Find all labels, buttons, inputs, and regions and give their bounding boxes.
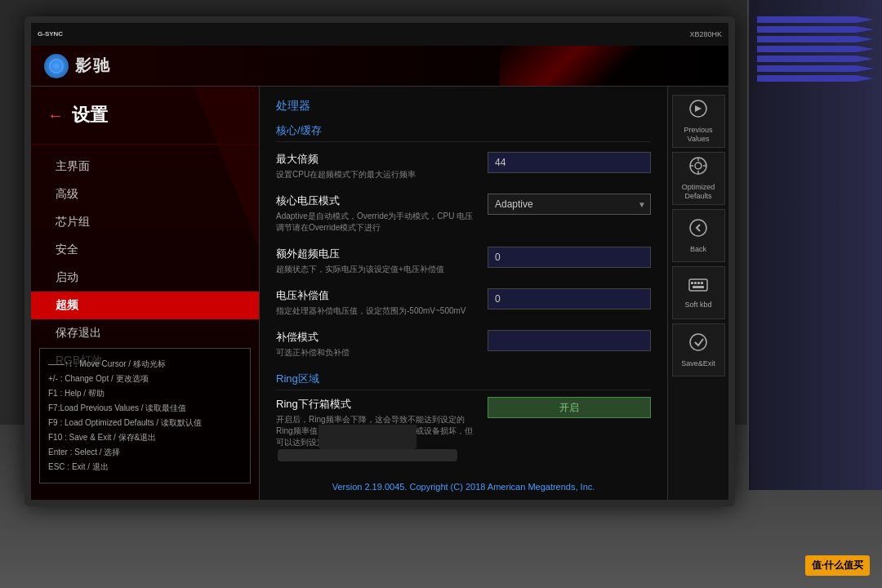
setting-label-group-eo: 额外超频电压 超频状态下，实际电压为该设定值+电压补偿值 — [276, 247, 479, 275]
setting-row-extra-oc: 额外超频电压 超频状态下，实际电压为该设定值+电压补偿值 — [276, 247, 651, 275]
svg-point-15 — [690, 334, 706, 350]
logo-icon — [44, 54, 69, 78]
soft-kbd-button[interactable]: Soft kbd — [672, 266, 725, 319]
extra-oc-input[interactable] — [488, 247, 651, 268]
settings-header: ← 设置 — [31, 103, 259, 145]
max-multiplier-desc: 设置CPU在超频模式下的最大运行频率 — [276, 169, 479, 180]
setting-row-max-multiplier: 最大倍频 设置CPU在超频模式下的最大运行频率 — [276, 152, 651, 180]
brand-logo: 影驰 — [44, 54, 111, 78]
back-label: Back — [690, 245, 706, 254]
comp-mode-desc: 可选正补偿和负补偿 — [276, 347, 479, 359]
ring-turbo-label: Ring下行箱模式 — [276, 397, 479, 412]
case-vent — [757, 16, 874, 85]
ring-turbo-status-button[interactable]: 开启 — [488, 397, 651, 418]
hint-help: F1 : Help / 帮助 — [48, 386, 242, 401]
setting-label-group: 最大倍频 设置CPU在超频模式下的最大运行频率 — [276, 152, 479, 180]
comp-mode-input[interactable] — [488, 330, 651, 351]
monitor-top-bar: G-SYNC XB280HK — [31, 23, 728, 46]
subsection-title: 核心/缓存 — [276, 123, 651, 142]
core-voltage-select[interactable]: Adaptive Override Offset — [488, 194, 651, 215]
brand-name: 影驰 — [75, 55, 111, 77]
settings-title: 设置 — [72, 103, 108, 127]
setting-row-comp-mode: 补偿模式 可选正补偿和负补偿 — [276, 330, 651, 359]
hint-f9: F9 : Load Optimized Defaults / 读取默认值 — [48, 416, 242, 430]
svg-rect-11 — [694, 282, 697, 284]
svg-point-2 — [695, 163, 702, 169]
nav-security[interactable]: 安全 — [31, 236, 259, 264]
optimized-defaults-icon — [688, 156, 708, 180]
save-exit-label: Save&Exit — [681, 359, 715, 368]
hint-esc: ESC : Exit / 退出 — [48, 460, 242, 474]
nav-advanced[interactable]: 高级 — [31, 180, 259, 208]
extra-oc-label: 额外超频电压 — [276, 247, 479, 261]
hint-change: +/- : Change Opt / 更改选项 — [48, 372, 242, 386]
save-exit-icon — [688, 332, 708, 356]
voltage-offset-input[interactable] — [488, 288, 651, 310]
svg-rect-9 — [689, 279, 707, 291]
svg-rect-12 — [697, 282, 700, 284]
photo-background: G-SYNC XB280HK 影驰 — [0, 0, 882, 588]
monitor-model: XB280HK — [689, 30, 722, 38]
computer-case — [747, 0, 882, 490]
nav-main-interface[interactable]: 主界面 — [31, 153, 259, 180]
core-voltage-select-wrapper: Adaptive Override Offset — [488, 194, 651, 215]
svg-rect-10 — [691, 282, 693, 284]
core-voltage-label: 核心电压模式 — [276, 194, 479, 208]
monitor-stand — [318, 425, 416, 449]
svg-rect-13 — [701, 282, 703, 284]
bios-sidebar: ← 设置 主界面 高级 芯片组 安全 启动 超频 保存退出 RGB灯效 ——↑↓… — [31, 87, 260, 500]
keyboard-hints: ——↑↓ : Move Cursor / 移动光标 +/- : Change O… — [39, 348, 251, 483]
nav-chipset[interactable]: 芯片组 — [31, 208, 259, 236]
voltage-offset-label: 电压补偿值 — [276, 288, 479, 303]
save-exit-button[interactable]: Save&Exit — [672, 323, 725, 376]
previous-values-button[interactable]: Previous Values — [672, 95, 725, 148]
setting-row-voltage-offset: 电压补偿值 指定处理器补偿电压值，设定范围为-500mV~500mV — [276, 288, 651, 317]
bios-right-panel: Previous Values — [667, 87, 728, 500]
monitor-base — [278, 449, 457, 461]
back-icon — [688, 218, 708, 242]
svg-rect-14 — [693, 286, 704, 288]
hint-cursor: ——↑↓ : Move Cursor / 移动光标 — [48, 357, 242, 372]
section-title: 处理器 — [276, 99, 651, 117]
nav-save-exit[interactable]: 保存退出 — [31, 319, 259, 347]
extra-oc-desc: 超频状态下，实际电压为该设定值+电压补偿值 — [276, 264, 479, 275]
hint-f7: F7:Load Previous Values / 读取最佳值 — [48, 401, 242, 416]
ring-section-title: Ring区域 — [276, 372, 651, 390]
svg-point-8 — [690, 220, 706, 236]
nav-overclock[interactable]: 超频 — [31, 292, 259, 319]
version-text: Version 2.19.0045. Copyright (C) 2018 Am… — [260, 482, 667, 492]
bios-header: 影驰 — [31, 46, 728, 87]
core-voltage-desc: Adaptive是自动模式，Override为手动模式，CPU 电压调节请在Ov… — [276, 211, 479, 234]
back-arrow-icon[interactable]: ← — [47, 106, 64, 125]
hint-enter: Enter : Select / 选择 — [48, 445, 242, 460]
setting-row-core-voltage: 核心电压模式 Adaptive是自动模式，Override为手动模式，CPU 电… — [276, 194, 651, 234]
hint-f10: F10 : Save & Exit / 保存&退出 — [48, 430, 242, 445]
max-multiplier-input[interactable] — [488, 152, 651, 173]
setting-label-group-vo: 电压补偿值 指定处理器补偿电压值，设定范围为-500mV~500mV — [276, 288, 479, 317]
setting-label-group-cm: 补偿模式 可选正补偿和负补偿 — [276, 330, 479, 359]
previous-values-label: Previous Values — [673, 126, 724, 144]
setting-label-group-cv: 核心电压模式 Adaptive是自动模式，Override为手动模式，CPU 电… — [276, 194, 479, 234]
soft-kbd-label: Soft kbd — [684, 301, 711, 310]
optimized-defaults-button[interactable]: Optimized Defaults — [672, 152, 725, 205]
watermark: 值·什么值买 — [805, 555, 870, 576]
voltage-offset-desc: 指定处理器补偿电压值，设定范围为-500mV~500mV — [276, 305, 479, 317]
previous-values-icon — [688, 99, 708, 122]
max-multiplier-label: 最大倍频 — [276, 152, 479, 167]
soft-kbd-icon — [688, 277, 708, 297]
optimized-defaults-label: Optimized Defaults — [673, 183, 724, 201]
gsync-logo: G-SYNC — [38, 30, 63, 38]
comp-mode-label: 补偿模式 — [276, 330, 479, 345]
nav-boot[interactable]: 启动 — [31, 264, 259, 292]
back-button[interactable]: Back — [672, 209, 725, 262]
